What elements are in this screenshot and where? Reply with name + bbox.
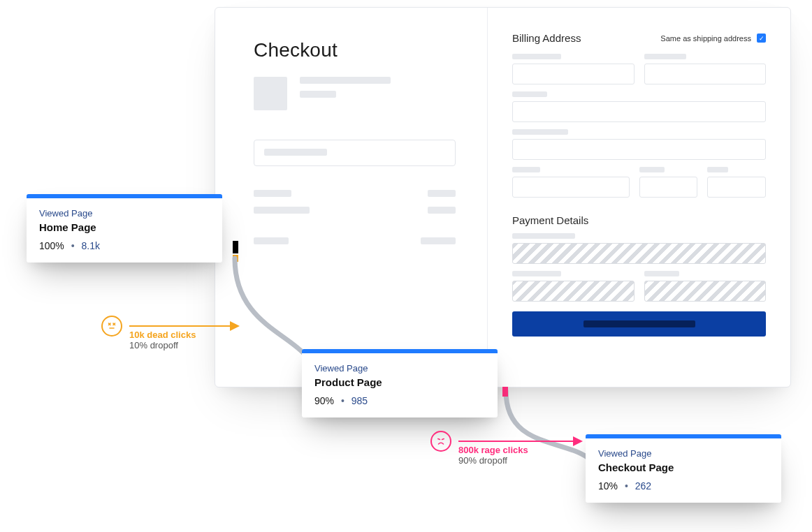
separator-dot: • xyxy=(337,395,349,406)
svg-line-6 xyxy=(442,439,444,440)
annotation-sub: 90% dropoff xyxy=(458,455,528,466)
placeholder-line xyxy=(300,77,391,84)
checkout-summary-column: Checkout xyxy=(215,8,488,387)
subtotal-row xyxy=(254,190,456,197)
product-thumbnail xyxy=(254,77,287,110)
rage-clicks-annotation: 800k rage clicks 90% dropoff xyxy=(430,431,581,452)
first-name-field[interactable] xyxy=(512,64,635,84)
connector-origin-marker xyxy=(502,387,508,397)
dead-face-icon xyxy=(101,316,122,337)
card-count: 985 xyxy=(351,395,368,406)
placeholder-label xyxy=(512,54,561,59)
payment-section-title: Payment Details xyxy=(512,214,766,226)
placeholder-line xyxy=(264,149,327,156)
tax-row xyxy=(254,207,456,214)
placeholder-line xyxy=(300,91,336,98)
placeholder-line xyxy=(583,320,695,327)
card-number-field[interactable] xyxy=(512,243,766,264)
scrollbar-segment-highlight xyxy=(233,255,238,262)
billing-section-title: Billing Address xyxy=(512,32,581,44)
dead-clicks-annotation: 10k dead clicks 10% dropoff xyxy=(101,316,238,337)
separator-dot: • xyxy=(621,480,632,492)
placeholder-label xyxy=(644,54,686,59)
card-stats: 100% • 8.1k xyxy=(39,240,210,251)
total-row xyxy=(254,237,456,244)
card-eyebrow: Viewed Page xyxy=(314,363,485,374)
funnel-card-product[interactable]: Viewed Page Product Page 90% • 985 xyxy=(302,349,498,418)
placeholder-label xyxy=(512,271,561,276)
arrow-icon xyxy=(129,325,238,327)
payment-form xyxy=(512,233,766,302)
placeholder-label xyxy=(644,271,679,276)
placeholder-line xyxy=(428,190,456,197)
card-count: 8.1k xyxy=(82,240,100,251)
same-as-shipping-toggle[interactable]: Same as shipping address ✓ xyxy=(660,34,766,43)
card-count: 262 xyxy=(635,480,651,492)
frown-face-icon xyxy=(430,431,451,452)
annotation-headline: 10k dead clicks xyxy=(129,330,196,340)
placeholder-line xyxy=(254,190,291,197)
placeholder-line xyxy=(428,207,456,214)
placeholder-line xyxy=(254,207,310,214)
card-stats: 10% • 262 xyxy=(598,480,769,492)
cart-item xyxy=(254,77,456,110)
placeholder-label xyxy=(512,233,575,239)
funnel-card-home[interactable]: Viewed Page Home Page 100% • 8.1k xyxy=(27,194,222,263)
placeholder-label xyxy=(512,167,540,172)
card-percent: 10% xyxy=(598,480,618,492)
checkout-window: Checkout Billing xyxy=(215,7,791,387)
card-title: Home Page xyxy=(39,221,210,233)
checkout-title: Checkout xyxy=(254,39,456,61)
separator-dot: • xyxy=(67,240,79,251)
expiry-field[interactable] xyxy=(512,281,635,302)
placeholder-label xyxy=(639,167,665,172)
address-line1-field[interactable] xyxy=(512,101,766,122)
checkbox-checked-icon: ✓ xyxy=(757,34,766,43)
promo-code-field[interactable] xyxy=(254,140,456,166)
zip-field[interactable] xyxy=(707,177,766,198)
svg-line-5 xyxy=(438,439,440,440)
last-name-field[interactable] xyxy=(644,64,767,84)
placeholder-label xyxy=(707,167,728,172)
card-eyebrow: Viewed Page xyxy=(598,448,769,459)
card-title: Product Page xyxy=(314,376,485,388)
card-percent: 90% xyxy=(314,395,334,406)
placeholder-line xyxy=(254,237,289,244)
placeholder-label xyxy=(512,91,547,97)
same-as-shipping-label: Same as shipping address xyxy=(660,34,751,43)
checkout-form-column: Billing Address Same as shipping address… xyxy=(488,8,790,387)
arrow-icon xyxy=(458,441,581,443)
address-line2-field[interactable] xyxy=(512,139,766,160)
funnel-card-checkout[interactable]: Viewed Page Checkout Page 10% • 262 xyxy=(586,434,781,503)
card-title: Checkout Page xyxy=(598,461,769,473)
annotation-sub: 10% dropoff xyxy=(129,340,196,350)
card-percent: 100% xyxy=(39,240,64,251)
scrollbar-segment xyxy=(233,241,238,253)
billing-form xyxy=(512,54,766,198)
state-field[interactable] xyxy=(639,177,698,198)
annotation-headline: 800k rage clicks xyxy=(458,445,528,455)
placeholder-label xyxy=(512,129,568,135)
card-stats: 90% • 985 xyxy=(314,395,485,406)
cvc-field[interactable] xyxy=(644,281,767,302)
card-eyebrow: Viewed Page xyxy=(39,208,210,219)
place-order-button[interactable] xyxy=(512,311,766,337)
placeholder-line xyxy=(421,237,456,244)
city-field[interactable] xyxy=(512,177,630,198)
